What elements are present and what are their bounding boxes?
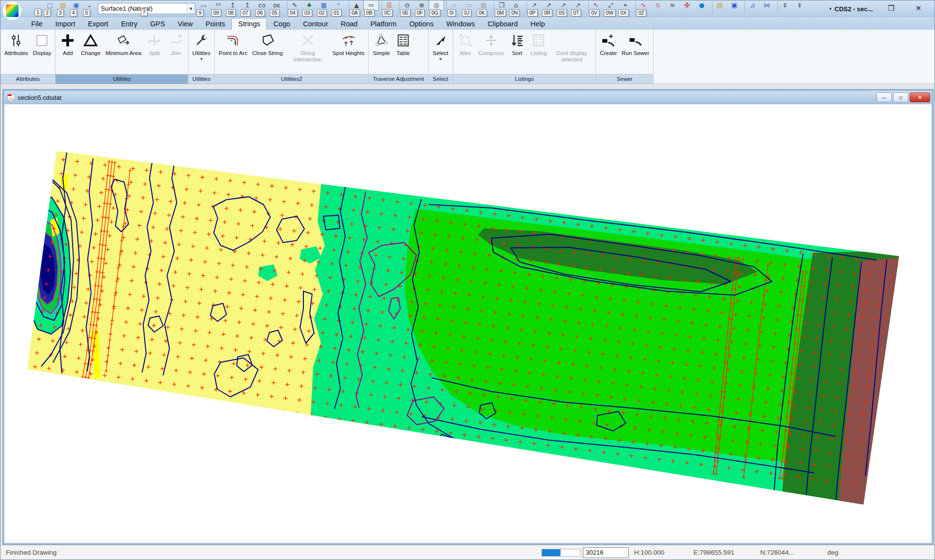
pen-icon[interactable]: ✎04 (287, 0, 302, 17)
tab-cogo[interactable]: Cogo (267, 19, 297, 30)
save-icon[interactable]: ▣ (727, 0, 742, 17)
blue-dot-icon[interactable]: ● (694, 0, 709, 17)
tab-strings[interactable]: Strings (231, 18, 267, 30)
color-lines-icon: ☰ (382, 0, 396, 10)
cursor-line-icon[interactable]: ↖0V (589, 0, 603, 17)
display-button[interactable]: Display (31, 31, 54, 74)
point-to-arc-button[interactable]: Point to Arc (216, 31, 250, 74)
copy-window-icon[interactable]: ❐0M (494, 0, 509, 17)
tab-export[interactable]: Export (81, 19, 114, 30)
tab-file[interactable]: File (25, 19, 49, 30)
tab-platform[interactable]: Platform (364, 19, 403, 30)
clipboard-icon[interactable]: ▤0K (476, 0, 491, 17)
station-up-icon[interactable]: ↥08 (225, 0, 240, 17)
red-cross-lines-icon[interactable]: ✠ (680, 0, 694, 17)
zoom-out-icon[interactable]: ⊖0E (400, 0, 414, 17)
tab-entry[interactable]: Entry (114, 19, 144, 30)
gray-shape-icon[interactable]: ▭0J (462, 0, 476, 17)
section-chart-icon[interactable]: ⋈ (760, 0, 774, 17)
app-restore-button[interactable]: ❐ (883, 1, 899, 15)
tab-points[interactable]: Points (199, 19, 231, 30)
doc-maximize-button[interactable]: ▫ (893, 93, 908, 102)
detail-icon[interactable]: ᴅᴇ05 (269, 0, 284, 17)
sewer-create-icon (600, 32, 617, 49)
arrow-ne4-icon[interactable]: ↗0T (571, 0, 585, 17)
collapse-caret-icon[interactable]: ▾ (829, 6, 832, 11)
corner-tool-icon[interactable]: ⌐ (819, 0, 822, 17)
document-title-bar[interactable]: section5.cdsdat — ▫ ✕ (4, 91, 932, 104)
tab-help[interactable]: Help (524, 19, 551, 30)
drawing-canvas[interactable] (4, 104, 932, 543)
minimum-area-button[interactable]: Minimum Area (103, 31, 144, 74)
add-button[interactable]: Add (57, 31, 78, 74)
app-close-button[interactable]: ✕ (910, 1, 927, 15)
doc-minimize-button[interactable]: — (877, 93, 892, 102)
tab-clipboard[interactable]: Clipboard (481, 19, 524, 30)
numbered-points-icon[interactable]: ¹³09 (211, 0, 225, 17)
measure-icon: ⤢ (603, 0, 618, 10)
create-button[interactable]: Create (598, 31, 619, 74)
snap-icon[interactable]: ⌖0X (618, 0, 633, 17)
add-points-icon[interactable]: ₊₊9 (196, 0, 211, 17)
pan-shape-icon[interactable]: ▱0I (447, 0, 462, 17)
sort-button[interactable]: Sort (506, 31, 528, 74)
zoom-in-icon[interactable]: ⊕0F (414, 0, 429, 17)
open-folder2-icon[interactable]: ▤ (712, 0, 727, 17)
measure-icon[interactable]: ⤢0W (603, 0, 618, 17)
tab-road[interactable]: Road (335, 19, 364, 30)
arrow-ne1-icon[interactable]: ↗0P (527, 0, 542, 17)
attributes-b-icon[interactable]: ‡ (792, 0, 807, 17)
select-button[interactable]: Select▼ (430, 31, 451, 74)
close-string-label: Close String (252, 50, 283, 56)
ribbon: AttributesDisplayAttributesAddChangeMini… (0, 30, 935, 84)
attributes-button[interactable]: Attributes (2, 31, 31, 74)
close-string-button[interactable]: Close String (250, 31, 285, 74)
run-sewer-button[interactable]: Run Sewer (619, 31, 652, 74)
italic-ii-icon[interactable]: ⁱⁱ01 (331, 0, 346, 17)
tree-icon[interactable]: ♠03 (302, 0, 317, 17)
chevron-down-icon[interactable]: ▼ (187, 3, 195, 14)
app-menu-button[interactable] (2, 1, 22, 20)
dropdown-arrow-icon: ▼ (439, 57, 443, 61)
table-button[interactable]: Table (393, 31, 414, 74)
status-value-field[interactable]: 30216 (583, 547, 629, 558)
keytip-0X: 0X (618, 9, 629, 17)
chevron-down-icon[interactable]: ⌄5 (83, 0, 96, 17)
spot-heights-button[interactable]: Spot Heights (330, 31, 367, 74)
tab-windows[interactable]: Windows (440, 19, 481, 30)
red-polyline-icon[interactable]: ∿0Z (636, 0, 651, 17)
color-lines-icon[interactable]: ☰0C (382, 0, 396, 17)
waves-icon[interactable]: ≋ (665, 0, 680, 17)
doc-close-button[interactable]: ✕ (910, 93, 930, 102)
tab-contour[interactable]: Contour (297, 19, 335, 30)
open-folder-icon[interactable]: ▤3 (56, 0, 70, 17)
tab-view[interactable]: View (171, 19, 199, 30)
triangle-icon[interactable]: ▲0A (349, 0, 364, 17)
tab-gps[interactable]: GPS (144, 19, 171, 30)
min-area-icon (115, 32, 131, 49)
window-icon[interactable]: ▣4 (70, 0, 83, 17)
dropdown-arrow-icon: ▼ (200, 57, 204, 61)
no-polygon-icon: ⍉ (651, 0, 665, 10)
zoom-extent-icon[interactable]: ◎0G (429, 0, 444, 17)
group-label-traverse-adjustment: Traverse Adjustment (369, 74, 428, 84)
blue-window-icon[interactable]: ▦02 (317, 0, 331, 17)
coordinates-icon[interactable]: ᴄᴏ06 (255, 0, 269, 17)
change-button[interactable]: Change (78, 31, 103, 74)
attributes-a-icon[interactable]: ‡ (778, 0, 792, 17)
keytip-0P: 0P (527, 9, 538, 17)
contour-lines-icon[interactable]: ≕0B (364, 0, 378, 17)
group-label-select: Select (429, 74, 453, 84)
station-up2-icon[interactable]: ↥07 (240, 0, 255, 17)
new-file-icon[interactable]: ▢2 (43, 0, 56, 17)
no-polygon-icon[interactable]: ⍉ (651, 0, 665, 17)
profile-chart-icon[interactable]: ⊿ (745, 0, 760, 17)
arrow-ne2-icon[interactable]: ↗0R (542, 0, 556, 17)
tab-options[interactable]: Options (403, 19, 440, 30)
simple-label: Simple (373, 50, 390, 56)
tab-import[interactable]: Import (49, 19, 81, 30)
simple-button[interactable]: Simple (370, 31, 392, 74)
arrow-ne3-icon[interactable]: ↗0S (556, 0, 571, 17)
utilities-button[interactable]: Utilities▼ (190, 31, 213, 74)
home-icon[interactable]: ⌂0N (509, 0, 524, 17)
